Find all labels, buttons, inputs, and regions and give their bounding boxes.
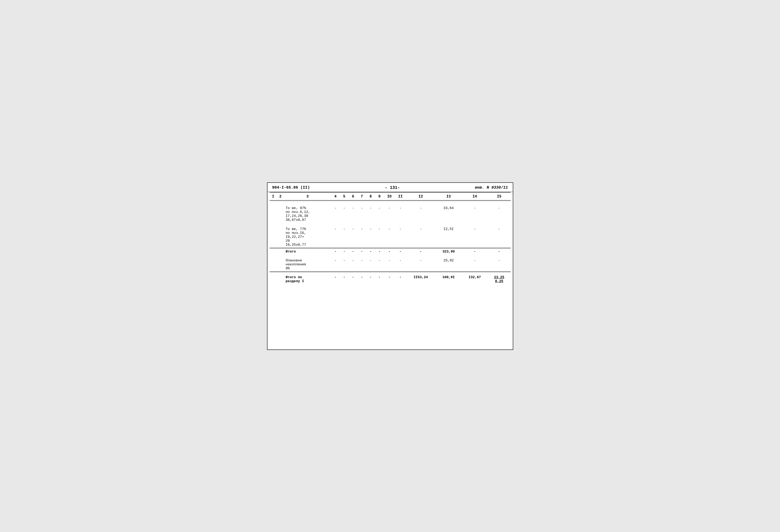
- razdel-5: -: [340, 274, 349, 284]
- planove-10: -: [384, 258, 395, 272]
- planove-11: -: [395, 258, 406, 272]
- cell-2-2: [277, 226, 284, 248]
- razdel-12: II53,24: [406, 274, 435, 284]
- col-header-7: 7: [357, 192, 366, 200]
- itogo-2: [277, 248, 284, 255]
- spacer-row-2: [270, 223, 510, 226]
- itogo-1: [270, 248, 277, 255]
- col-header-8: 8: [366, 192, 375, 200]
- header-center: - 131-: [385, 185, 400, 190]
- planove-3: Плановне накопления 8%: [284, 258, 331, 272]
- planove-14: -: [462, 258, 488, 272]
- razdel-15: 23,25 8,25: [488, 274, 510, 284]
- cell-1-14: -: [462, 205, 488, 223]
- col-header-4: 4: [331, 192, 340, 200]
- itogo-12: -: [406, 248, 435, 255]
- column-header-row: I 2 3 4 5 6 7 8 9 IO II I2 I3 I4 I5: [270, 192, 510, 200]
- razdel-11: -: [395, 274, 406, 284]
- cell-1-9: -: [375, 205, 384, 223]
- spacer-row-5: [270, 284, 510, 300]
- planove-13: 25,92: [435, 258, 462, 272]
- col-header-6: 6: [349, 192, 358, 200]
- itogo-3: Итого: [284, 248, 331, 255]
- cell-1-15: -: [488, 205, 510, 223]
- razdel-9: -: [375, 274, 384, 284]
- cell-2-10: -: [384, 226, 395, 248]
- col-header-11: II: [395, 192, 406, 200]
- razdel-7: -: [357, 274, 366, 284]
- planove-row: Плановне накопления 8% - - - - - - - - -…: [270, 258, 510, 272]
- razdel-1: [270, 274, 277, 284]
- table-row: То же, 77% по поз.I6, I9,22,27+ 29 I6,25…: [270, 226, 510, 248]
- planove-1: [270, 258, 277, 272]
- cell-2-5: -: [340, 226, 349, 248]
- cell-1-3: То же, 87% по поз.6,12, I7,24,26,30 38,6…: [284, 205, 331, 223]
- table-row: То же, 87% по поз.6,12, I7,24,26,30 38,6…: [270, 205, 510, 223]
- razdel-14: I32,67: [462, 274, 488, 284]
- spacer-row-4: [270, 272, 510, 274]
- itogo-8: -: [366, 248, 375, 255]
- razdel-4: -: [331, 274, 340, 284]
- col-header-1: I: [270, 192, 277, 200]
- cell-2-4: -: [331, 226, 340, 248]
- planove-7: -: [357, 258, 366, 272]
- table-container: I 2 3 4 5 6 7 8 9 IO II I2 I3 I4 I5: [267, 192, 513, 300]
- planove-9: -: [375, 258, 384, 272]
- spacer-row-3: [270, 255, 510, 258]
- itogo-11: -: [395, 248, 406, 255]
- cell-1-11: -: [395, 205, 406, 223]
- itogo-5: -: [340, 248, 349, 255]
- cell-2-3: То же, 77% по поз.I6, I9,22,27+ 29 I6,25…: [284, 226, 331, 248]
- cell-1-12: -: [406, 205, 435, 223]
- planove-8: -: [366, 258, 375, 272]
- itogo-4: -: [331, 248, 340, 255]
- col-header-9: 9: [375, 192, 384, 200]
- cell-2-1: [270, 226, 277, 248]
- cell-1-5: -: [340, 205, 349, 223]
- cell-1-2: [277, 205, 284, 223]
- cell-1-4: -: [331, 205, 340, 223]
- itogo-row: Итого - - - - - - - - - 323,99 - -: [270, 248, 510, 255]
- cell-1-8: -: [366, 205, 375, 223]
- header-right: инв. N 9330/11: [475, 185, 508, 190]
- page: 904-I-65.86 (II) - 131- инв. N 9330/11 I…: [267, 182, 513, 350]
- col-header-12: I2: [406, 192, 435, 200]
- razdel-3: Итого по разделу I: [284, 274, 331, 284]
- planove-6: -: [349, 258, 358, 272]
- col-header-10: IO: [384, 192, 395, 200]
- cell-2-15: -: [488, 226, 510, 248]
- cell-1-6: -: [349, 205, 358, 223]
- cell-2-9: -: [375, 226, 384, 248]
- itogo-14: -: [462, 248, 488, 255]
- itogo-razdel-row: Итого по разделу I - - - - - - - - II53,…: [270, 274, 510, 284]
- cell-2-14: -: [462, 226, 488, 248]
- col-header-15: I5: [488, 192, 510, 200]
- header-left: 904-I-65.86 (II): [272, 185, 310, 190]
- itogo-13: 323,99: [435, 248, 462, 255]
- cell-1-10: -: [384, 205, 395, 223]
- planove-15: -: [488, 258, 510, 272]
- col-header-2: 2: [277, 192, 284, 200]
- spacer-row-1: [270, 200, 510, 205]
- razdel-6: -: [349, 274, 358, 284]
- col-header-3: 3: [284, 192, 331, 200]
- razdel-8: -: [366, 274, 375, 284]
- razdel-10: -: [384, 274, 395, 284]
- cell-1-1: [270, 205, 277, 223]
- cell-2-6: -: [349, 226, 358, 248]
- col-header-13: I3: [435, 192, 462, 200]
- razdel-13: 349,9I: [435, 274, 462, 284]
- cell-2-13: I2,5I: [435, 226, 462, 248]
- col-header-5: 5: [340, 192, 349, 200]
- cell-2-7: -: [357, 226, 366, 248]
- cell-2-11: -: [395, 226, 406, 248]
- itogo-10: -: [384, 248, 395, 255]
- planove-5: -: [340, 258, 349, 272]
- itogo-9: -: [375, 248, 384, 255]
- main-table: I 2 3 4 5 6 7 8 9 IO II I2 I3 I4 I5: [270, 192, 510, 300]
- planove-4: -: [331, 258, 340, 272]
- page-header: 904-I-65.86 (II) - 131- инв. N 9330/11: [267, 183, 513, 192]
- itogo-7: -: [357, 248, 366, 255]
- itogo-6: -: [349, 248, 358, 255]
- cell-2-12: -: [406, 226, 435, 248]
